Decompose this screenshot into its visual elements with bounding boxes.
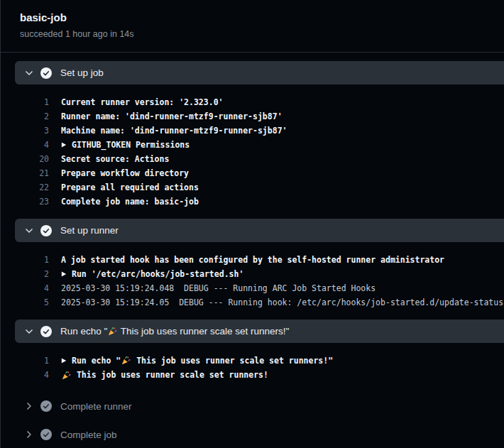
step-header-set-up-job[interactable]: Set up job (15, 61, 504, 84)
log-line: 1A job started hook has been configured … (1, 253, 504, 267)
group-expand-triangle-icon[interactable] (61, 271, 67, 278)
party-popper-icon (121, 356, 131, 365)
log-line: 4GITHUB_TOKEN Permissions (1, 138, 504, 152)
party-popper-icon (108, 327, 117, 336)
log-text: GITHUB_TOKEN Permissions (61, 140, 190, 150)
log-text: Machine name: 'dind-runner-mtzf9-runner-… (61, 126, 287, 136)
log-text: Run echo " This job uses runner scale se… (61, 356, 333, 366)
log-line: 1Current runner version: '2.323.0' (1, 95, 504, 109)
party-popper-icon (62, 371, 71, 380)
log-line: 20Secret source: Actions (1, 152, 504, 166)
log-line: 3Machine name: 'dind-runner-mtzf9-runner… (1, 124, 504, 138)
step-header-complete-runner[interactable]: Complete runner (1, 392, 504, 420)
log-text: This job uses runner scale set runners! (61, 370, 268, 380)
job-log-pane: basic-job succeeded 1 hour ago in 14s Se… (0, 0, 504, 448)
log-text: Current runner version: '2.323.0' (61, 97, 223, 107)
log-text: 2025-03-30 15:19:24.048 DEBUG --- Runnin… (61, 283, 376, 293)
success-check-icon (40, 225, 52, 236)
steps: Set up job1Current runner version: '2.32… (1, 53, 504, 448)
job-header: basic-job succeeded 1 hour ago in 14s (1, 0, 504, 53)
step-title: Run echo " This job uses runner scale se… (60, 326, 289, 337)
step-header-complete-job[interactable]: Complete job (1, 420, 504, 448)
line-number[interactable]: 5 (26, 297, 49, 307)
log-text-content: Run '/etc/arc/hooks/job-started.sh' (72, 269, 243, 279)
step-header-set-up-runner[interactable]: Set up runner (15, 219, 504, 242)
log-text: Prepare workflow directory (61, 168, 189, 178)
success-check-icon (40, 400, 52, 412)
log-line: 1Run echo " This job uses runner scale s… (1, 354, 504, 368)
log-line: 52025-03-30 15:19:24.05 DEBUG --- Runnin… (1, 295, 504, 310)
line-number[interactable]: 21 (26, 168, 49, 178)
step-log-set-up-job: 1Current runner version: '2.323.0'2Runne… (1, 84, 504, 219)
line-number[interactable]: 3 (26, 126, 49, 136)
step-title: Complete job (60, 430, 117, 440)
line-number[interactable]: 4 (26, 140, 49, 150)
step-title: Complete runner (60, 401, 132, 412)
success-check-icon (40, 67, 52, 79)
line-number[interactable]: 1 (26, 255, 49, 265)
log-text-content: GITHUB_TOKEN Permissions (72, 140, 190, 150)
success-check-icon (40, 326, 52, 337)
step-log-run-echo: 1Run echo " This job uses runner scale s… (1, 343, 504, 392)
line-number[interactable]: 22 (26, 182, 49, 192)
log-text: Runner name: 'dind-runner-mtzf9-runner-s… (61, 111, 283, 121)
line-number[interactable]: 4 (26, 370, 49, 380)
line-number[interactable]: 20 (26, 154, 49, 164)
log-text: Complete job name: basic-job (61, 197, 199, 207)
log-text: 2025-03-30 15:19:24.05 DEBUG --- Running… (61, 297, 503, 307)
log-text: A job started hook has been configured b… (61, 255, 444, 265)
log-line: 23Complete job name: basic-job (1, 195, 504, 209)
log-line: 2Run '/etc/arc/hooks/job-started.sh' (1, 267, 504, 281)
log-text: Run '/etc/arc/hooks/job-started.sh' (61, 269, 243, 279)
chevron-down-icon (25, 327, 33, 336)
step-log-set-up-runner: 1A job started hook has been configured … (1, 242, 504, 319)
job-title: basic-job (20, 11, 493, 25)
log-text-content: Run echo " This job uses runner scale se… (72, 356, 333, 366)
chevron-right-icon (25, 402, 33, 410)
line-number[interactable]: 1 (26, 356, 49, 366)
log-line: 22Prepare all required actions (1, 180, 504, 195)
log-line: 2Runner name: 'dind-runner-mtzf9-runner-… (1, 109, 504, 124)
chevron-down-icon (25, 226, 33, 235)
group-expand-triangle-icon[interactable] (61, 141, 67, 148)
line-number[interactable]: 1 (26, 97, 49, 107)
line-number[interactable]: 4 (26, 283, 49, 293)
step-title: Set up runner (60, 225, 119, 236)
log-line: 4 This job uses runner scale set runners… (1, 368, 504, 382)
step-header-run-echo[interactable]: Run echo " This job uses runner scale se… (15, 319, 504, 343)
line-number[interactable]: 2 (26, 269, 49, 279)
job-status-line: succeeded 1 hour ago in 14s (20, 28, 493, 40)
log-text: Prepare all required actions (61, 182, 199, 192)
chevron-down-icon (25, 69, 33, 77)
line-number[interactable]: 2 (26, 111, 49, 121)
log-line: 21Prepare workflow directory (1, 166, 504, 180)
log-line: 42025-03-30 15:19:24.048 DEBUG --- Runni… (1, 281, 504, 295)
success-check-icon (40, 429, 52, 440)
step-title: Set up job (60, 67, 104, 78)
chevron-right-icon (25, 430, 33, 439)
line-number[interactable]: 23 (26, 197, 49, 207)
group-expand-triangle-icon[interactable] (61, 357, 67, 364)
log-text: Secret source: Actions (61, 154, 169, 164)
